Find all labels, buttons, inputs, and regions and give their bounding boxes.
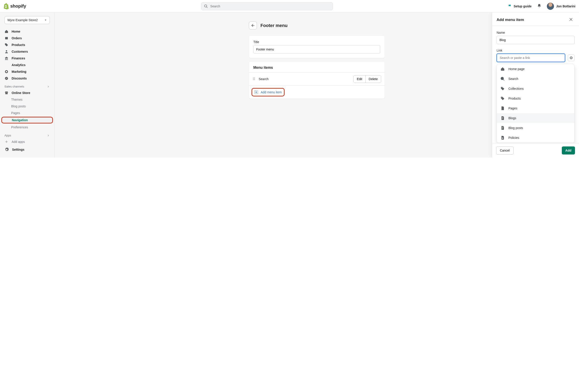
add-apps[interactable]: Add apps [0,138,54,145]
nav-orders[interactable]: Orders [0,35,54,42]
nav-customers[interactable]: Customers [0,48,54,55]
notifications-button[interactable] [537,3,541,9]
nav-products[interactable]: Products [0,42,54,48]
svg-point-11 [254,78,255,79]
title-input[interactable] [253,45,380,54]
caret-down-icon [44,19,47,21]
link-option-pages[interactable]: Pages [497,103,574,113]
home-icon [500,67,505,71]
link-option-collections[interactable]: Collections [497,84,574,94]
search-icon [500,76,505,81]
panel-heading: Add menu item [497,18,524,22]
title-field-label: Title [253,40,380,44]
page-title: Footer menu [260,23,288,28]
gear-icon [4,147,9,152]
clear-link-button[interactable] [568,55,575,61]
svg-point-8 [253,77,254,78]
blog-posts-icon [500,126,505,130]
link-label: Link [497,49,575,52]
tag-icon [4,43,8,47]
user-menu[interactable]: Jon Bottarini [547,3,576,10]
bank-icon [4,56,8,60]
setup-guide-link[interactable]: Setup guide [508,4,532,8]
nav-settings[interactable]: Settings [0,145,54,154]
menu-item-name: Search [259,77,269,81]
clear-icon [569,56,573,60]
menu-items-heading: Menu items [249,62,385,70]
svg-point-20 [502,97,502,98]
svg-line-1 [207,7,208,8]
arrow-left-icon [251,23,255,27]
search-placeholder: Search [210,4,220,8]
shopify-logo[interactable]: shopify [3,3,26,9]
link-option-search[interactable]: Search [497,74,574,84]
svg-point-0 [205,5,207,7]
svg-point-9 [254,77,255,78]
nav-discounts[interactable]: Discounts [0,75,54,82]
sidebar: Wyre Example Store2 Home Orders Products… [0,12,55,158]
svg-point-12 [253,79,254,80]
add-dashed-icon [254,90,258,94]
close-icon [569,17,573,22]
blog-icon [500,116,505,120]
edit-button[interactable]: Edit [354,75,365,83]
svg-rect-2 [5,37,8,40]
link-option-products[interactable]: Products [497,94,574,103]
svg-point-21 [502,137,503,139]
shopify-bag-icon [3,3,9,9]
global-search[interactable]: Search [201,2,333,10]
sales-channels-heading: Sales channels [0,82,54,89]
svg-point-13 [254,79,255,80]
flag-icon [508,4,512,8]
delete-button[interactable]: Delete [365,75,381,83]
close-button[interactable] [567,17,575,23]
svg-point-3 [6,50,7,52]
search-icon [204,4,208,8]
title-card: Title [249,36,385,58]
page-icon [500,106,505,111]
sub-preferences[interactable]: Preferences [0,124,54,131]
target-icon [4,70,8,74]
nav-marketing[interactable]: Marketing [0,68,54,75]
add-menu-item-button[interactable]: Add menu item [252,88,285,96]
collections-icon [500,86,505,91]
link-dropdown: Home page Search Collections Products Pa… [497,64,575,143]
nav-finances[interactable]: Finances [0,55,54,62]
nav-home[interactable]: Home [0,28,54,35]
sub-pages[interactable]: Pages [0,110,54,116]
svg-point-18 [501,77,504,80]
plus-icon [4,140,8,144]
cancel-button[interactable]: Cancel [496,146,513,154]
store-icon [4,91,8,95]
main-content: Footer menu Title Menu items Search [55,12,579,158]
menu-items-card: Menu items Search Edit Delete Add m [249,62,385,99]
chevron-right-icon[interactable] [47,85,50,88]
nav-online-store[interactable]: Online Store [0,89,54,96]
link-option-blog-posts[interactable]: Blog posts [497,123,574,133]
link-option-blogs[interactable]: Blogs [497,113,574,123]
svg-point-5 [6,71,7,72]
svg-line-19 [503,79,505,81]
svg-point-10 [253,78,254,79]
brand-text: shopify [10,3,26,9]
back-button[interactable] [249,21,257,29]
nav-analytics[interactable]: Analytics [0,62,54,68]
link-option-policies[interactable]: Policies [497,133,574,143]
link-input[interactable] [497,54,565,62]
top-bar: shopify Search Setup guide Jon Bottarini [0,0,579,12]
link-option-home[interactable]: Home page [497,64,574,74]
chart-icon [4,63,8,67]
sub-themes[interactable]: Themes [0,96,54,103]
store-picker[interactable]: Wyre Example Store2 [4,16,50,24]
menu-item-row: Search Edit Delete [249,72,385,85]
sub-blog-posts[interactable]: Blog posts [0,103,54,110]
drag-handle-icon[interactable] [252,77,256,81]
tag-icon [500,96,505,101]
chevron-right-icon[interactable] [47,134,50,137]
add-button[interactable]: Add [562,146,575,154]
orders-icon [4,36,8,40]
discount-icon [4,76,8,80]
name-input[interactable] [497,36,575,44]
sub-navigation[interactable]: Navigation [1,117,53,124]
avatar [547,3,554,10]
